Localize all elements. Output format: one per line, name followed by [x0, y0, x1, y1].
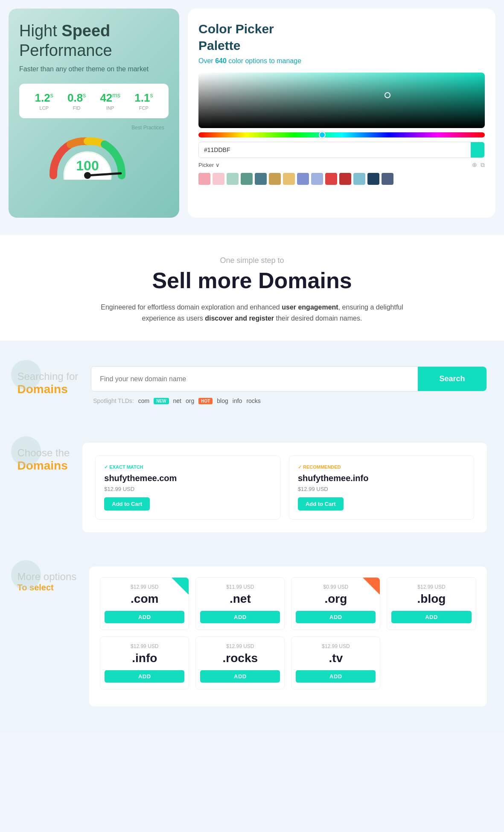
metric-fcp: 1.1s FCP [134, 91, 153, 111]
domain-result-exact: ✓ EXACT MATCH shufythemee.com $12.99 USD… [95, 455, 280, 520]
search-layout: Searching for Domains Search Spotlight T… [17, 366, 487, 404]
picker-dot[interactable] [385, 92, 390, 98]
hue-thumb[interactable] [319, 131, 326, 138]
domain-result-recommended: ✓ RECOMMENDED shufythemee.info $12.99 US… [289, 455, 474, 520]
more-layout: More options To select $12.99 USD .com A… [17, 566, 487, 706]
hex-input[interactable] [199, 143, 471, 157]
picker-icons: ⊕ ⧉ [472, 161, 485, 169]
tld-net[interactable]: net [173, 397, 181, 404]
add-to-cart-exact[interactable]: Add to Cart [104, 497, 150, 511]
corner-badge-new-com [172, 578, 189, 595]
speed-card: Hight Speed Performance Faster than any … [9, 9, 179, 218]
swatch[interactable] [339, 173, 351, 185]
swatch[interactable] [213, 173, 224, 185]
one-simple-label: One simple step to [9, 256, 495, 265]
metrics-box: 1.2s LCP 0.8s FID 42ms INP 1.1s FCP [19, 84, 169, 118]
tld-price-tv: $12.99 USD [296, 643, 376, 649]
tld-name-tv: .tv [296, 651, 376, 665]
tld-card-info: $12.99 USD .info ADD [100, 636, 189, 689]
add-button-blog[interactable]: ADD [391, 611, 471, 623]
swatch[interactable] [255, 173, 267, 185]
tld-price-net: $11.99 USD [200, 584, 280, 590]
domain-search-input[interactable] [91, 367, 418, 391]
middle-section: One simple step to Sell more Domains Eng… [0, 235, 504, 341]
gradient-picker[interactable] [198, 73, 485, 128]
swatch[interactable] [283, 173, 295, 185]
copy-icon[interactable]: ⧉ [481, 161, 485, 169]
spotlight-label: Spotlight TLDs: [93, 397, 134, 404]
add-button-org[interactable]: ADD [296, 611, 376, 623]
tld-card-tv: $12.99 USD .tv ADD [291, 636, 380, 689]
search-button[interactable]: Search [418, 367, 486, 391]
color-picker-card: Color Picker Palette Over 640 color opti… [188, 9, 495, 218]
badge-hot-org: HOT [198, 398, 213, 404]
choose-section: Choose the Domains ✓ EXACT MATCH shufyth… [0, 430, 504, 558]
swatch[interactable] [297, 173, 309, 185]
swatch[interactable] [382, 173, 393, 185]
search-section: Searching for Domains Search Spotlight T… [0, 341, 504, 430]
tld-row-2: $12.99 USD .info ADD $12.99 USD .rocks A… [100, 636, 476, 689]
swatch[interactable] [198, 173, 210, 185]
tld-name-blog: .blog [391, 592, 471, 606]
exact-domain-name: shufythemee.com [104, 473, 271, 483]
swatch[interactable] [353, 173, 365, 185]
domain-results: ✓ EXACT MATCH shufythemee.com $12.99 USD… [82, 443, 487, 532]
swatch[interactable] [367, 173, 379, 185]
color-title: Color Picker Palette [198, 20, 485, 54]
tld-price-info: $12.99 USD [105, 643, 184, 649]
color-subtitle: Over 640 color options to manage [198, 57, 485, 65]
swatch[interactable] [227, 173, 239, 185]
recommended-domain-name: shufythemee.info [298, 473, 465, 483]
color-swatches [198, 173, 485, 185]
speedometer-area: Best Practices 100 [19, 125, 169, 184]
add-to-cart-recommended[interactable]: Add to Cart [298, 497, 344, 511]
hue-slider[interactable] [198, 132, 485, 137]
tld-blog[interactable]: blog [217, 397, 228, 404]
swatch[interactable] [241, 173, 253, 185]
bubble-decoration-3 [11, 560, 41, 590]
tld-price-blog: $12.99 USD [391, 584, 471, 590]
add-button-com[interactable]: ADD [105, 611, 184, 623]
metric-inp: 42ms INP [100, 91, 120, 111]
hex-input-row [198, 142, 485, 158]
speed-title: Hight Speed Performance [19, 21, 169, 60]
tld-card-com: $12.99 USD .com ADD [100, 577, 189, 630]
swatch[interactable] [325, 173, 337, 185]
metric-lcp: 1.2s LCP [35, 91, 53, 111]
spotlight-row: Spotlight TLDs: com NEW net org HOT blog… [91, 397, 487, 404]
speed-subtitle: Faster than any other theme on the marke… [19, 64, 169, 74]
speedometer: 100 [45, 133, 130, 184]
exact-domain-price: $12.99 USD [104, 486, 271, 492]
add-button-info[interactable]: ADD [105, 670, 184, 683]
eyedropper-icon[interactable]: ⊕ [472, 161, 477, 169]
tld-price-rocks: $12.99 USD [200, 643, 280, 649]
add-button-net[interactable]: ADD [200, 611, 280, 623]
tld-com[interactable]: com [138, 397, 149, 404]
tld-card-rocks: $12.99 USD .rocks ADD [195, 636, 285, 689]
gauge-svg: 100 [45, 133, 130, 180]
recommended-badge: ✓ RECOMMENDED [298, 464, 465, 470]
tld-org[interactable]: org [186, 397, 194, 404]
tld-card-org: $0.99 USD .org ADD [291, 577, 380, 630]
tld-info[interactable]: info [233, 397, 242, 404]
choose-layout: Choose the Domains ✓ EXACT MATCH shufyth… [17, 443, 487, 532]
top-section: Hight Speed Performance Faster than any … [0, 0, 504, 235]
recommended-domain-price: $12.99 USD [298, 486, 465, 492]
picker-label[interactable]: Picker ∨ [198, 162, 220, 168]
searching-label-area: Searching for Domains [17, 366, 79, 400]
tld-rocks[interactable]: rocks [246, 397, 260, 404]
add-button-rocks[interactable]: ADD [200, 670, 280, 683]
swatch[interactable] [269, 173, 281, 185]
badge-new-com: NEW [154, 398, 169, 404]
gradient-inner [198, 73, 485, 128]
swatch[interactable] [311, 173, 323, 185]
corner-badge-hot-org [363, 578, 380, 595]
tld-card-blog: $12.99 USD .blog ADD [387, 577, 476, 630]
search-input-row: Search [91, 366, 487, 391]
tld-row-1: $12.99 USD .com ADD $11.99 USD .net ADD … [100, 577, 476, 630]
metric-fid: 0.8s FID [67, 91, 86, 111]
svg-text:100: 100 [76, 158, 99, 173]
svg-point-3 [84, 172, 91, 179]
tld-grid: $12.99 USD .com ADD $11.99 USD .net ADD … [89, 566, 487, 706]
add-button-tv[interactable]: ADD [296, 670, 376, 683]
